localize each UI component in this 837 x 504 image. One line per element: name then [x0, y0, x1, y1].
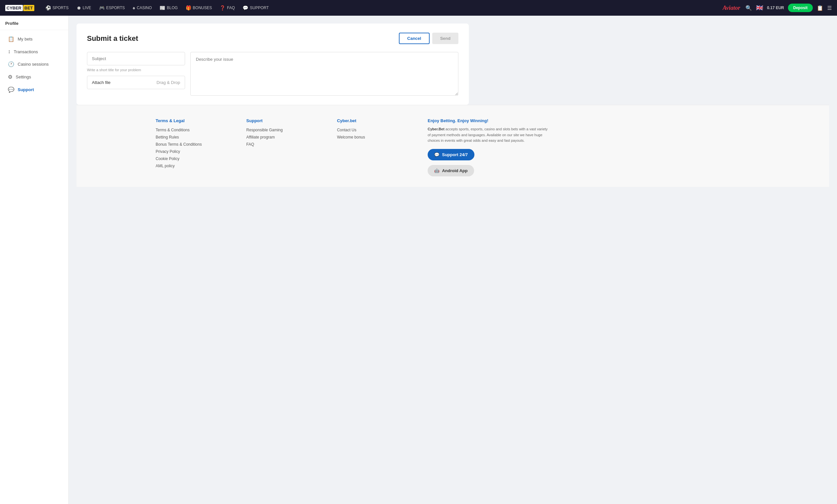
nav-esports-label: ESPORTS [106, 5, 125, 10]
transactions-icon: ↕ [8, 49, 11, 55]
nav-live-label: LIVE [83, 5, 91, 10]
main-nav: ⚽ SPORTS ⏺ LIVE 🎮 ESPORTS ♠ CASINO 📰 BLO… [42, 3, 718, 13]
footer: Terms & Legal Terms & Conditions Betting… [76, 105, 829, 187]
nav-bonuses[interactable]: 🎁 BONUSES [182, 3, 215, 13]
user-menu-icon[interactable]: ☰ [827, 5, 832, 11]
ticket-body: Write a short title for your problem Att… [87, 52, 458, 96]
faq-icon: ❓ [220, 5, 225, 11]
footer-link-cookie[interactable]: Cookie Policy [156, 156, 236, 161]
nav-faq-label: FAQ [227, 5, 235, 10]
footer-link-faq[interactable]: FAQ [246, 142, 326, 147]
logo-bet: BET [23, 5, 34, 11]
footer-link-contact[interactable]: Contact Us [337, 128, 417, 132]
ticket-right-panel [190, 52, 458, 96]
sidebar-label-support: Support [18, 87, 34, 92]
blog-icon: 📰 [160, 5, 165, 11]
nav-esports[interactable]: 🎮 ESPORTS [96, 3, 128, 13]
footer-support-col: Support Responsible Gaming Affiliate pro… [246, 118, 326, 176]
attach-file-label: Attach file [92, 80, 110, 85]
android-icon: 🤖 [434, 168, 440, 173]
footer-promo-col: Enjoy Betting. Enjoy Winning! Cyber.Bet … [428, 118, 548, 176]
footer-desc-text: accepts sports, esports, casino and slot… [428, 127, 548, 143]
sports-icon: ⚽ [46, 5, 51, 11]
header-right: 🔍 🇬🇧 0.17 EUR Deposit 📋 ☰ [745, 4, 832, 12]
footer-link-responsible-gaming[interactable]: Responsible Gaming [246, 128, 326, 132]
ticket-actions: Cancel Send [399, 33, 458, 44]
main-content: Submit a ticket Cancel Send Write a shor… [69, 16, 837, 504]
sidebar: Profile 📋 My bets ↕ Transactions 🕐 Casin… [0, 16, 69, 504]
casino-icon: ♠ [133, 5, 135, 11]
support-sidebar-icon: 💬 [8, 87, 14, 93]
sidebar-item-settings[interactable]: ⚙ Settings [3, 71, 66, 83]
sidebar-label-casino-sessions: Casino sessions [18, 62, 49, 67]
nav-bonuses-label: BONUSES [193, 5, 212, 10]
betslip-icon[interactable]: 📋 [817, 5, 823, 11]
logo-cyber: CYBER [5, 5, 23, 11]
footer-desc-brand: Cyber.Bet [428, 127, 444, 131]
subject-hint: Write a short title for your problem [87, 68, 185, 72]
nav-sports-label: SPORTS [53, 5, 69, 10]
search-icon[interactable]: 🔍 [745, 5, 752, 11]
android-label: Android App [442, 168, 467, 173]
attach-file-button[interactable]: Attach file Drag & Drop [87, 76, 185, 89]
describe-textarea[interactable] [190, 52, 458, 96]
footer-cyberbet-title: Cyber.bet [337, 118, 417, 123]
drag-drop-label: Drag & Drop [157, 80, 180, 85]
nav-sports[interactable]: ⚽ SPORTS [42, 3, 72, 13]
main-header: CYBER BET ⚽ SPORTS ⏺ LIVE 🎮 ESPORTS ♠ CA… [0, 0, 837, 16]
sidebar-item-casino-sessions[interactable]: 🕐 Casino sessions [3, 58, 66, 71]
support-24-label: Support 24/7 [442, 152, 468, 157]
my-bets-icon: 📋 [8, 36, 14, 42]
live-icon: ⏺ [76, 5, 81, 11]
footer-link-betting-rules[interactable]: Betting Rules [156, 135, 236, 139]
bonuses-icon: 🎁 [186, 5, 191, 11]
page-wrapper: Profile 📋 My bets ↕ Transactions 🕐 Casin… [0, 16, 837, 504]
footer-cyberbet-col: Cyber.bet Contact Us Welcome bonus [337, 118, 417, 176]
support-nav-icon: 💬 [243, 5, 248, 11]
footer-link-welcome-bonus[interactable]: Welcome bonus [337, 135, 417, 139]
android-app-button[interactable]: 🤖 Android App [428, 165, 474, 176]
footer-link-aml[interactable]: AML policy [156, 164, 236, 168]
nav-support[interactable]: 💬 SUPPORT [239, 3, 272, 13]
aviator-logo[interactable]: Aviator [723, 4, 740, 12]
logo[interactable]: CYBER BET [5, 5, 34, 11]
settings-icon: ⚙ [8, 74, 13, 80]
nav-faq[interactable]: ❓ FAQ [216, 3, 238, 13]
sidebar-item-transactions[interactable]: ↕ Transactions [3, 45, 66, 58]
deposit-button[interactable]: Deposit [788, 4, 813, 12]
nav-blog[interactable]: 📰 BLOG [156, 3, 181, 13]
subject-input[interactable] [87, 52, 185, 65]
casino-sessions-icon: 🕐 [8, 61, 14, 67]
cancel-button[interactable]: Cancel [399, 33, 430, 44]
footer-btn-row: 💬 Support 24/7 🤖 Android App [428, 149, 548, 176]
ticket-card: Submit a ticket Cancel Send Write a shor… [76, 23, 469, 105]
footer-link-affiliate[interactable]: Affiliate program [246, 135, 326, 139]
footer-tagline: Enjoy Betting. Enjoy Winning! [428, 118, 548, 123]
balance-display: 0.17 EUR [767, 5, 784, 10]
ticket-header: Submit a ticket Cancel Send [87, 33, 458, 44]
footer-link-terms[interactable]: Terms & Conditions [156, 128, 236, 132]
footer-link-privacy[interactable]: Privacy Policy [156, 149, 236, 154]
ticket-left-panel: Write a short title for your problem Att… [87, 52, 185, 96]
sidebar-item-support[interactable]: 💬 Support [3, 83, 66, 96]
ticket-title: Submit a ticket [87, 34, 138, 43]
sidebar-title: Profile [0, 21, 68, 30]
sidebar-label-settings: Settings [16, 74, 31, 79]
footer-terms-title: Terms & Legal [156, 118, 236, 123]
nav-casino-label: CASINO [137, 5, 152, 10]
esports-icon: 🎮 [99, 5, 105, 11]
footer-terms-col: Terms & Legal Terms & Conditions Betting… [156, 118, 236, 176]
send-button[interactable]: Send [432, 33, 458, 44]
footer-desc: Cyber.Bet accepts sports, esports, casin… [428, 126, 548, 144]
nav-casino[interactable]: ♠ CASINO [129, 3, 155, 13]
footer-grid: Terms & Legal Terms & Conditions Betting… [156, 118, 548, 176]
support-24-button[interactable]: 💬 Support 24/7 [428, 149, 475, 161]
nav-blog-label: BLOG [167, 5, 178, 10]
language-flag[interactable]: 🇬🇧 [756, 4, 763, 12]
sidebar-label-my-bets: My bets [18, 37, 33, 41]
nav-live[interactable]: ⏺ LIVE [73, 3, 94, 13]
footer-link-bonus-terms[interactable]: Bonus Terms & Conditions [156, 142, 236, 147]
sidebar-item-my-bets[interactable]: 📋 My bets [3, 33, 66, 45]
sidebar-label-transactions: Transactions [14, 49, 38, 54]
nav-support-label: SUPPORT [250, 5, 269, 10]
